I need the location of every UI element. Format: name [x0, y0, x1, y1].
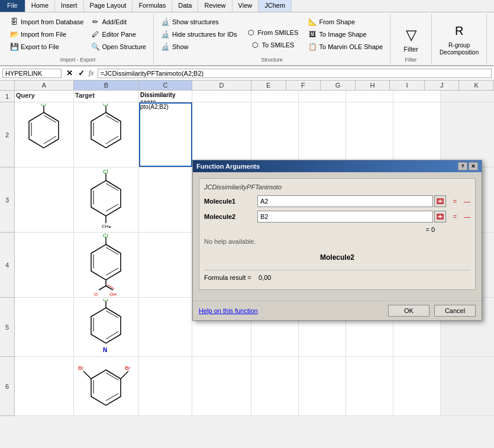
dialog-close-btn[interactable]: ✕	[469, 162, 478, 170]
molecule1-row: Molecule1 = —	[204, 195, 470, 207]
dialog-cancel-btn[interactable]: Cancel	[434, 305, 476, 317]
dialog-group-title: JCDissimilarityPFTanimoto	[204, 183, 470, 191]
dialog-footer: Help on this function OK Cancel	[193, 301, 482, 320]
molecule2-label: Molecule2	[204, 213, 257, 220]
dialog-titlebar: Function Arguments ? ✕	[193, 160, 482, 172]
molecule1-picker-btn[interactable]	[434, 195, 446, 207]
result-eq: =	[425, 226, 429, 233]
dialog-ok-btn[interactable]: OK	[388, 305, 430, 317]
dialog-body: JCDissimilarityPFTanimoto Molecule1	[193, 172, 482, 301]
dialog-titlebar-buttons: ? ✕	[458, 162, 478, 170]
molecule2-input[interactable]	[257, 211, 433, 223]
dialog-mol2-desc: Molecule2	[204, 247, 470, 267]
molecule2-picker-btn[interactable]	[434, 211, 446, 223]
molecule1-label: Molecule1	[204, 198, 257, 205]
dialog-help-text: No help available.	[204, 236, 470, 247]
function-arguments-dialog: Function Arguments ? ✕ JCDissimilarityPF…	[192, 160, 482, 321]
molecule2-result: —	[464, 213, 470, 220]
formula-result-value: 0,00	[259, 274, 271, 281]
help-link[interactable]: Help on this function	[199, 307, 258, 314]
app-container: File Home Insert Page Layout Formulas Da…	[0, 0, 494, 448]
molecule2-row: Molecule2 = —	[204, 211, 470, 223]
dialog-footer-buttons: OK Cancel	[388, 305, 476, 317]
dialog-formula-result: Formula result = 0,00	[204, 270, 470, 285]
molecule1-result: —	[464, 198, 470, 205]
formula-result-label: Formula result =	[204, 274, 251, 281]
dialog-result-row: = 0	[204, 226, 470, 233]
result-val: 0	[431, 226, 435, 233]
molecule2-equals: =	[446, 213, 464, 220]
dialog-title: Function Arguments	[196, 163, 260, 170]
dialog-overlay: Function Arguments ? ✕ JCDissimilarityPF…	[0, 0, 494, 448]
picker-icon-2	[437, 214, 444, 220]
molecule1-input[interactable]	[257, 195, 433, 207]
molecule1-equals: =	[446, 198, 464, 205]
dialog-help-btn[interactable]: ?	[458, 162, 467, 170]
picker-icon	[437, 198, 444, 204]
dialog-group: JCDissimilarityPFTanimoto Molecule1	[199, 178, 476, 290]
